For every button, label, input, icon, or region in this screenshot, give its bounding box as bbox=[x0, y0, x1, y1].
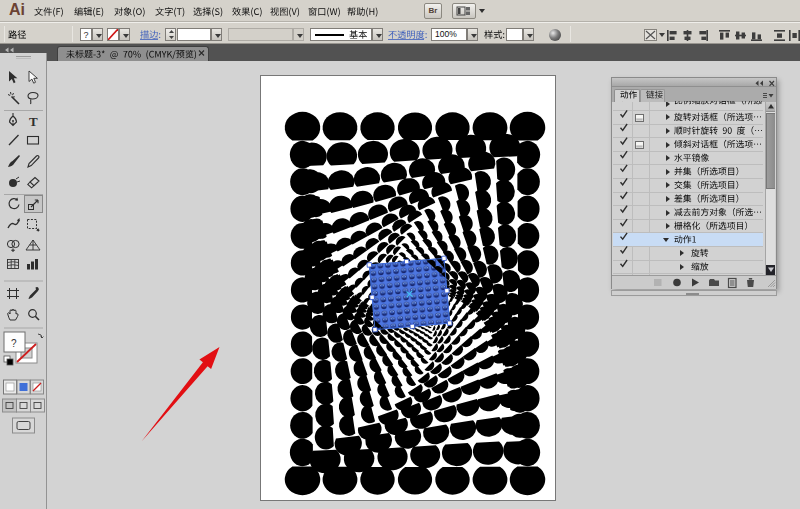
svg-text:?: ? bbox=[11, 338, 17, 349]
svg-text:T: T bbox=[29, 114, 38, 129]
